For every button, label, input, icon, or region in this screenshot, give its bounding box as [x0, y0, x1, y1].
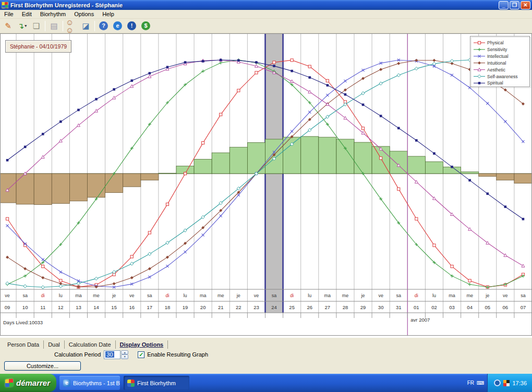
- svg-text:je: je: [236, 293, 240, 298]
- svg-text:ma: ma: [75, 293, 82, 298]
- start-label: démarrer: [16, 378, 50, 387]
- app-icon: [2, 2, 8, 8]
- copy-icon: ❏: [33, 22, 40, 30]
- svg-text:ve: ve: [378, 293, 383, 298]
- svg-text:02: 02: [431, 304, 437, 310]
- svg-text:Aesthetic: Aesthetic: [487, 67, 506, 72]
- svg-text:26: 26: [307, 304, 312, 310]
- persons-button[interactable]: ☺☺: [65, 20, 78, 32]
- keyboard-icon[interactable]: ⌨: [477, 380, 484, 386]
- svg-text:25: 25: [289, 304, 295, 310]
- svg-text:lu: lu: [308, 293, 311, 298]
- menu-item-options[interactable]: Options: [70, 10, 98, 18]
- menu-item-biorhythm[interactable]: Biorhythm: [36, 10, 70, 18]
- help-button[interactable]: ?: [97, 20, 110, 32]
- svg-text:sa: sa: [22, 293, 28, 298]
- svg-text:di: di: [290, 293, 294, 298]
- svg-text:09: 09: [5, 304, 10, 310]
- window-titlebar: First Biorhythm Unregistered - Stéphanie…: [0, 0, 532, 10]
- svg-text:me: me: [342, 293, 349, 298]
- print-button[interactable]: ▤: [47, 20, 61, 32]
- calculation-period-value: 30: [105, 351, 114, 358]
- month-label: avr 2007: [410, 317, 430, 323]
- close-button[interactable]: ✕: [521, 1, 530, 9]
- svg-text:lu: lu: [432, 293, 436, 298]
- menu-item-edit[interactable]: Edit: [18, 10, 36, 18]
- svg-text:sa: sa: [147, 293, 152, 298]
- biorhythm-chart[interactable]: ve09sa10di11lu12ma13me14je15ve16sa17di18…: [0, 33, 532, 338]
- minimize-button[interactable]: _: [499, 1, 509, 9]
- enable-resulting-checkbox[interactable]: ✓: [138, 351, 144, 358]
- svg-text:20: 20: [200, 304, 206, 310]
- svg-text:je: je: [112, 293, 116, 298]
- taskbar: démarrer eBiorhythms - 1st Bior...First …: [0, 374, 532, 392]
- taskbar-task-inactive[interactable]: eBiorhythms - 1st Bior...: [59, 376, 120, 390]
- svg-text:29: 29: [360, 304, 366, 310]
- toolbar-separator: [45, 21, 45, 31]
- tab-dual[interactable]: Dual: [44, 340, 65, 349]
- svg-text:24: 24: [271, 304, 277, 310]
- svg-text:16: 16: [129, 304, 135, 310]
- web-button[interactable]: e: [111, 20, 124, 32]
- task-label: Biorhythms - 1st Bior...: [73, 380, 120, 386]
- svg-text:27: 27: [325, 304, 331, 310]
- svg-text:22: 22: [236, 304, 241, 310]
- svg-text:di: di: [41, 293, 45, 298]
- picture-button[interactable]: ◪: [79, 20, 92, 32]
- biorhythm-app-icon: [127, 379, 135, 387]
- tab-display-options[interactable]: Display Options: [116, 340, 168, 349]
- web-icon: e: [113, 21, 122, 30]
- calculation-period-input[interactable]: 30: [104, 350, 120, 359]
- svg-text:17: 17: [147, 304, 153, 310]
- calculation-period-label: Calculation Period: [54, 351, 101, 358]
- volume-icon[interactable]: [494, 379, 501, 386]
- svg-text:ve: ve: [503, 293, 508, 298]
- window-title: First Biorhythm Unregistered - Stéphanie: [10, 2, 498, 8]
- enable-resulting-label: Enable Resulting Graph: [147, 351, 208, 358]
- dropdown-caret-icon[interactable]: ▾: [25, 23, 27, 28]
- svg-text:ve: ve: [5, 293, 10, 298]
- clock: 17:36: [512, 380, 527, 386]
- tab-bar: Person DataDualCalculation DateDisplay O…: [0, 339, 532, 349]
- svg-text:sa: sa: [272, 293, 277, 298]
- taskbar-task-active[interactable]: First Biorhythm: [124, 376, 189, 390]
- about-button[interactable]: !: [125, 20, 138, 32]
- save-button[interactable]: ↴▾: [16, 20, 29, 32]
- svg-text:Sensitivity: Sensitivity: [487, 47, 507, 52]
- toolbar-separator: [63, 21, 63, 31]
- system-tray: 17:36: [487, 374, 532, 392]
- spinner-down-button[interactable]: ▼: [121, 354, 128, 359]
- tray-app-icon[interactable]: [503, 380, 510, 386]
- toolbar-separator: [94, 21, 95, 31]
- calculation-period-spinner: ▲ ▼: [121, 350, 128, 359]
- print-icon: ▤: [50, 22, 57, 30]
- svg-text:ma: ma: [324, 293, 331, 298]
- menu-item-help[interactable]: Help: [98, 10, 118, 18]
- language-area: FR ⌨: [464, 374, 488, 392]
- copy-button[interactable]: ❏: [30, 20, 43, 32]
- svg-text:di: di: [415, 293, 418, 298]
- spinner-up-button[interactable]: ▲: [121, 350, 128, 355]
- start-button[interactable]: démarrer: [0, 374, 56, 392]
- edit-person-button[interactable]: ✎: [2, 20, 15, 32]
- menubar: FileEditBiorhythmOptionsHelp: [0, 10, 532, 19]
- svg-text:10: 10: [22, 304, 28, 310]
- register-button[interactable]: $: [139, 20, 152, 32]
- svg-text:me: me: [466, 293, 473, 298]
- svg-text:Self-awareness: Self-awareness: [487, 74, 518, 79]
- svg-text:Spiritual: Spiritual: [487, 80, 503, 85]
- svg-text:Intuitional: Intuitional: [487, 60, 506, 66]
- customize-button[interactable]: Customize...: [4, 361, 81, 371]
- tab-calculation-date[interactable]: Calculation Date: [65, 340, 116, 349]
- svg-text:19: 19: [183, 304, 188, 310]
- svg-text:Physical: Physical: [487, 40, 504, 45]
- language-indicator[interactable]: FR: [467, 380, 474, 386]
- maximize-button[interactable]: ❐: [510, 1, 519, 9]
- svg-text:lu: lu: [59, 293, 63, 298]
- about-icon: !: [127, 21, 136, 30]
- svg-text:Days Lived:10033: Days Lived:10033: [3, 320, 43, 325]
- svg-text:23: 23: [253, 304, 259, 310]
- tab-person-data[interactable]: Person Data: [3, 340, 44, 349]
- menu-item-file[interactable]: File: [0, 10, 18, 18]
- svg-text:sa: sa: [521, 293, 526, 298]
